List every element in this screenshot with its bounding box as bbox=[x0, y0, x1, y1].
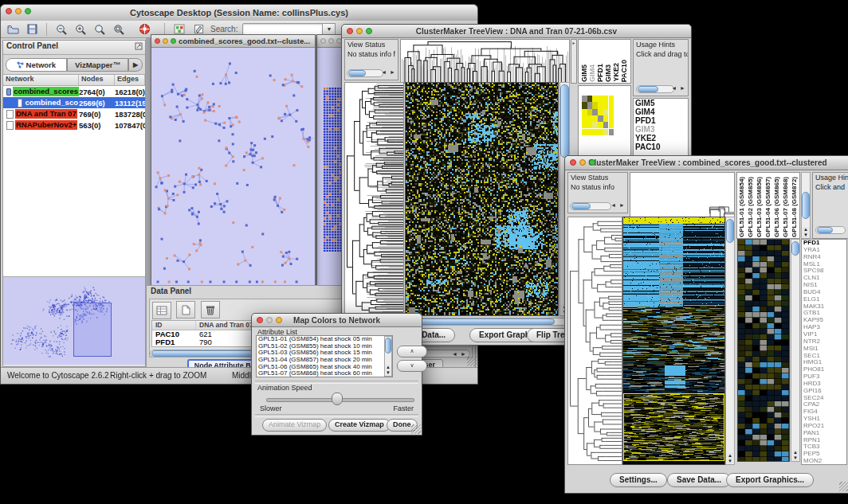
settings-button[interactable]: Settings... bbox=[610, 473, 667, 487]
tv2-zoom-vscrollbar[interactable]: ▲▼ bbox=[791, 239, 800, 462]
scroll-arrows[interactable]: ◄ ► bbox=[671, 84, 686, 92]
array-label[interactable]: GIM5 bbox=[580, 64, 588, 82]
tv2-array-labels-vscrollbar[interactable]: ▲▼ bbox=[801, 172, 811, 239]
minimize-icon[interactable] bbox=[328, 38, 334, 44]
tv2-gene-list-panel[interactable]: PFD1YRA1RNR4MSL1SPC98CLN1NIS1BUD4ELG1MAK… bbox=[801, 239, 847, 465]
zoom-icon[interactable] bbox=[589, 159, 595, 166]
attribute-list[interactable]: GPL51-01 (GSM854) heat shock 05 minGPL51… bbox=[256, 335, 393, 377]
tv2-global-vscrollbar[interactable]: ▲▼ bbox=[725, 217, 735, 465]
gene-label[interactable]: YKE2 bbox=[634, 134, 688, 143]
minimize-icon[interactable] bbox=[356, 28, 363, 34]
resize-grip[interactable] bbox=[467, 357, 477, 366]
tv1-array-dendrogram-panel[interactable] bbox=[400, 39, 570, 84]
close-icon[interactable] bbox=[6, 8, 12, 14]
tv2-view-status-hscrollbar[interactable] bbox=[570, 202, 611, 210]
delete-attribute-trash-icon[interactable] bbox=[201, 301, 220, 318]
minimize-icon[interactable] bbox=[15, 8, 22, 14]
export-graphics-button[interactable]: Export Graphics... bbox=[726, 473, 814, 487]
array-label[interactable]: GPL51-08 (GSM872) bbox=[791, 177, 798, 237]
gene-label[interactable]: PAC10 bbox=[634, 143, 688, 151]
tv1-gene-dendrogram-panel[interactable] bbox=[344, 82, 404, 316]
array-label[interactable]: GIM4 bbox=[588, 64, 596, 82]
tv1-splitter-strip[interactable]: ▸ bbox=[571, 39, 577, 84]
minimize-icon[interactable] bbox=[163, 38, 168, 44]
network-row[interactable]: combined_sco2569(6)13112(15) bbox=[3, 97, 145, 108]
attribute-list-vscrollbar[interactable]: ▲▼ bbox=[384, 336, 392, 377]
tv1-usage-hints-hscrollbar[interactable] bbox=[636, 85, 674, 93]
similarity-matrix-thumbnail[interactable] bbox=[582, 96, 614, 135]
zoom-fit-icon[interactable] bbox=[112, 23, 126, 36]
network-overview-panel[interactable] bbox=[3, 277, 145, 365]
resize-grip[interactable] bbox=[411, 424, 421, 434]
scroll-arrows[interactable]: ▲▼ bbox=[385, 365, 391, 376]
zoom-icon[interactable] bbox=[276, 317, 282, 323]
tv1-view-status-hscrollbar[interactable] bbox=[347, 69, 383, 77]
move-attribute-up-button[interactable]: ∧ bbox=[397, 346, 427, 357]
tv1-heatmap-canvas[interactable] bbox=[406, 83, 558, 315]
attribute-item[interactable]: GPL51-07 (GSM868) heat shock 60 min bbox=[257, 370, 392, 377]
close-icon[interactable] bbox=[320, 38, 326, 44]
tv2-global-heatmap-panel[interactable] bbox=[622, 217, 725, 465]
tv1-array-dendrogram-canvas[interactable] bbox=[401, 40, 569, 83]
zoom-icon[interactable] bbox=[25, 8, 31, 14]
tv2-global-heatmap-canvas[interactable] bbox=[623, 217, 724, 464]
overview-viewport-rect[interactable] bbox=[73, 303, 112, 357]
tv2-usage-hints-hscrollbar[interactable] bbox=[815, 226, 846, 234]
array-label[interactable]: GPL51-07 (GSM868) bbox=[782, 177, 789, 237]
array-label[interactable]: GPL51-02 (GSM855) bbox=[747, 177, 754, 237]
network-row[interactable]: RNAPuberNov2+563(0)107847(0) bbox=[3, 119, 145, 131]
close-icon[interactable] bbox=[570, 159, 576, 166]
zoom-out-icon[interactable] bbox=[54, 23, 69, 36]
help-lifebuoy-icon[interactable] bbox=[137, 23, 151, 36]
attribute-select-icon[interactable] bbox=[152, 302, 171, 319]
zoom-in-icon[interactable] bbox=[73, 23, 88, 36]
move-attribute-down-button[interactable]: ∨ bbox=[397, 360, 427, 372]
close-icon[interactable] bbox=[347, 28, 353, 34]
tv2-gene-dendrogram-panel[interactable] bbox=[567, 217, 622, 465]
gene-label[interactable]: MON2 bbox=[802, 458, 846, 465]
scroll-arrows[interactable]: ◄ ► bbox=[381, 68, 396, 76]
main-titlebar[interactable]: Cytoscape Desktop (Session Name: collins… bbox=[1, 5, 477, 21]
treeview2-titlebar[interactable]: ClusterMaker TreeView : combined_scores_… bbox=[565, 156, 848, 170]
array-label[interactable]: PAC10 bbox=[620, 60, 628, 82]
gene-label[interactable]: GIM3 bbox=[634, 125, 688, 134]
close-icon[interactable] bbox=[257, 317, 263, 323]
zoom-selected-icon[interactable] bbox=[92, 23, 107, 36]
dialog-titlebar[interactable]: Map Colors to Network bbox=[252, 314, 422, 327]
array-label[interactable]: PFD1 bbox=[596, 64, 604, 82]
create-vizmap-button[interactable]: Create Vizmap bbox=[328, 419, 391, 432]
tab-network[interactable]: Network bbox=[6, 58, 67, 72]
tv2-zoom-heatmap-panel[interactable] bbox=[737, 239, 790, 462]
close-icon[interactable] bbox=[155, 38, 160, 44]
tv1-heatmap-panel[interactable] bbox=[405, 82, 559, 316]
zoom-icon[interactable] bbox=[366, 28, 372, 34]
scroll-arrows[interactable]: ◄ ► bbox=[610, 201, 626, 209]
tv2-array-labels-panel[interactable]: GPL51-01 (GSM854)GPL51-02 (GSM855)GPL51-… bbox=[736, 172, 800, 239]
array-label[interactable]: GIM3 bbox=[604, 64, 612, 82]
gene-label[interactable]: PFD1 bbox=[634, 116, 688, 125]
array-label[interactable]: YKE2 bbox=[612, 63, 620, 82]
float-panel-icon[interactable] bbox=[135, 42, 143, 52]
network-canvas-1[interactable] bbox=[151, 48, 313, 286]
tv1-gene-dendrogram-canvas[interactable] bbox=[345, 83, 403, 315]
scroll-arrows[interactable]: ▲▼ bbox=[802, 227, 810, 238]
slider-thumb[interactable] bbox=[332, 393, 343, 405]
scroll-arrows[interactable]: ▲▼ bbox=[791, 450, 799, 461]
save-icon[interactable] bbox=[25, 23, 39, 36]
scroll-arrows[interactable]: ▲▼ bbox=[726, 453, 734, 464]
array-label[interactable]: GPL51-01 (GSM854) bbox=[738, 177, 745, 237]
network-row[interactable]: DNA and Tran 07769(0)183728(0) bbox=[3, 108, 145, 119]
new-attribute-icon[interactable] bbox=[176, 301, 195, 318]
tab-vizmapper[interactable]: VizMapper™ bbox=[67, 58, 128, 72]
network-row[interactable]: combined_scores2764(0)16218(0) bbox=[3, 86, 145, 97]
open-file-icon[interactable] bbox=[6, 23, 20, 36]
network-window1-titlebar[interactable]: combined_scores_good.txt--cluste... bbox=[151, 35, 315, 48]
tab-overflow-arrow[interactable]: ▶ bbox=[128, 58, 143, 72]
array-label[interactable]: GPL51-04 (GSM857) bbox=[764, 177, 771, 237]
array-label[interactable]: GPL51-06 (GSM865) bbox=[773, 177, 780, 237]
tv2-zoom-heatmap-canvas[interactable] bbox=[738, 240, 789, 461]
treeview1-titlebar[interactable]: ClusterMaker TreeView : DNA and Tran 07-… bbox=[342, 25, 691, 38]
gene-label[interactable]: GIM4 bbox=[634, 107, 688, 116]
tv1-array-labels-panel[interactable]: GIM5GIM4PFD1GIM3YKE2PAC10 bbox=[578, 39, 631, 84]
minimize-icon[interactable] bbox=[266, 317, 273, 323]
